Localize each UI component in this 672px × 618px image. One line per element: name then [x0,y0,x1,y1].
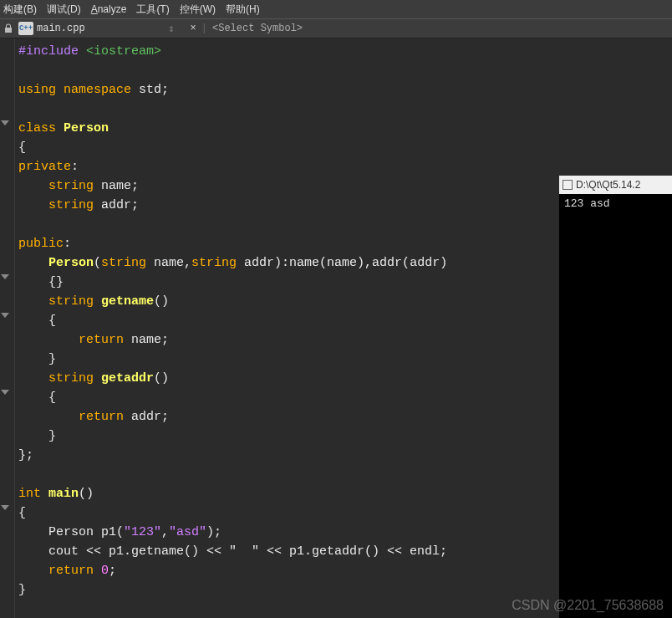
menu-widgets[interactable]: 控件(W) [180,3,216,17]
code-token: } [18,583,26,597]
code-token: string [18,179,101,193]
code-token: () [79,487,94,501]
code-token: { [18,391,56,405]
fold-marker-icon[interactable] [1,390,9,395]
code-token: main [48,487,79,501]
lock-icon[interactable] [2,23,15,33]
code-token: string [101,256,154,270]
code-token: ; [161,83,169,97]
code-token: int [18,487,48,501]
menu-build[interactable]: 构建(B) [3,3,37,17]
code-token: cout << p1.getname() << " " << p1.getadd… [18,544,447,559]
toolbar-separator: | [201,23,207,34]
code-token: addr; [131,410,169,424]
main-area: #include <iostream> using namespace std;… [0,38,672,618]
code-token [18,564,48,578]
code-token: std [139,83,161,97]
code-token: #include [18,44,86,59]
code-token: string [191,256,244,270]
code-token: } [18,352,56,366]
console-titlebar[interactable]: D:\Qt\Qt5.14.2 [559,176,672,194]
fold-marker-icon[interactable] [1,313,9,318]
code-token: ); [206,525,221,539]
code-token: : [64,237,71,251]
close-icon[interactable]: × [186,23,201,34]
code-token [18,333,79,347]
code-token: ; [109,564,116,578]
code-token: addr):name(name),addr(addr) [244,256,447,270]
code-token: class [18,121,64,135]
code-token: name; [131,333,169,347]
cpp-file-icon: C++ [18,22,33,35]
code-token: } [18,429,56,443]
console-app-icon [563,180,573,190]
code-token: Person [48,256,94,270]
menu-bar: 构建(B) 调试(D) Analyze 工具(T) 控件(W) 帮助(H) [0,0,672,18]
code-token: addr [101,198,131,212]
fold-marker-icon[interactable] [1,274,9,279]
code-token: , [161,525,169,539]
code-token: 0 [101,564,109,578]
menu-tools[interactable]: 工具(T) [136,3,169,17]
filename-label[interactable]: main.cpp [37,23,169,34]
code-token: namespace [64,83,139,97]
console-title-text: D:\Qt\Qt5.14.2 [576,179,640,191]
code-token: string [18,198,101,212]
fold-gutter[interactable] [0,38,15,618]
code-token: { [18,140,26,155]
code-token: using [18,83,64,97]
code-token: "123" [124,525,161,539]
editor-toolbar: C++ main.cpp ⇕ × | <Select Symbol> [0,18,672,38]
console-output: 123 asd [559,194,672,618]
symbol-selector[interactable]: <Select Symbol> [207,23,303,34]
code-token: <iostream> [86,44,161,59]
code-token: getaddr [101,371,154,386]
code-token [18,410,79,424]
code-token: string [18,294,101,309]
code-token: name, [154,256,191,270]
code-token: {} [18,275,64,289]
code-token: ; [131,179,139,193]
code-token: public [18,237,64,251]
watermark: CSDN @2201_75638688 [512,598,664,613]
code-token: return [48,564,101,578]
code-token: return [79,333,131,347]
code-token: string [18,371,101,386]
fold-marker-icon[interactable] [1,505,9,510]
code-token: name [101,179,131,193]
code-token: private [18,160,71,174]
code-token: "asd" [169,525,206,539]
code-token: ( [94,256,101,270]
code-token: getname [101,294,154,309]
code-token: : [71,160,79,174]
code-token: }; [18,448,33,462]
code-token: return [79,410,131,424]
code-token: Person [64,121,109,135]
code-token: ; [131,198,139,212]
menu-debug[interactable]: 调试(D) [47,3,81,17]
menu-help[interactable]: 帮助(H) [226,3,260,17]
code-token: { [18,506,26,520]
menu-analyze[interactable]: Analyze [91,3,127,15]
code-token [18,256,48,270]
code-token: () [154,371,169,386]
code-token: { [18,314,56,328]
code-token: () [154,294,169,309]
fold-marker-icon[interactable] [1,120,9,125]
console-window: D:\Qt\Qt5.14.2 123 asd [559,176,672,618]
file-dropdown-icon[interactable]: ⇕ [169,23,186,35]
code-token: Person p1( [18,525,124,539]
